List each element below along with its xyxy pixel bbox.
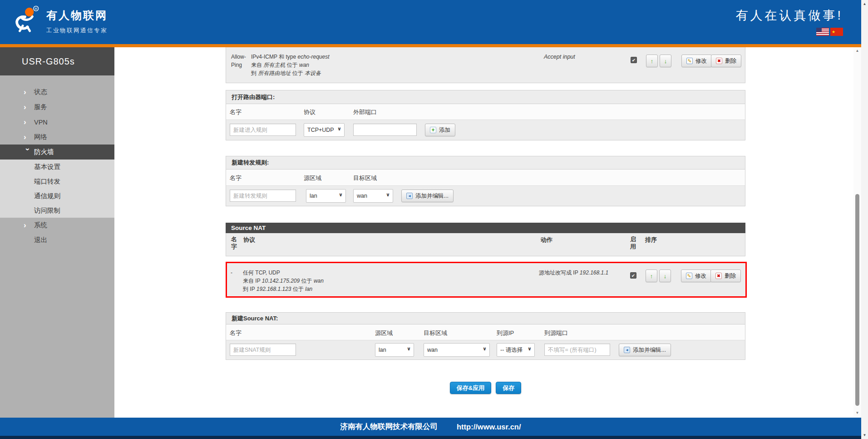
col-dest-zone: 目标区域 [353,174,377,182]
sidebar-item-status[interactable]: ›状态 [0,85,114,100]
scroll-up-icon[interactable]: ▲ [861,2,868,6]
rule-desc-line: 任何 TCP, UDP [243,269,324,277]
sidebar-item-label: 网络 [34,133,47,141]
down-arrow-icon: ↓ [664,58,667,65]
sidebar-item-label: 状态 [34,88,47,96]
brand-logo: R 有人物联网 工业物联网通信专家 [12,4,108,35]
top-header: R 有人物联网 工业物联网通信专家 有人在认真做事! ★ [0,0,861,44]
cn-flag-icon[interactable]: ★ [830,28,843,36]
us-flag-icon[interactable] [816,28,829,36]
col-sort: 排序 [645,236,657,244]
save-actions: 保存&应用 保存 [226,382,745,394]
snat-rule-row-highlighted: - 任何 TCP, UDP 来自 IP 10.142.175.209 位于 wa… [226,262,747,298]
save-button[interactable]: 保存 [496,382,521,394]
rule-text-emphasis: 所有路由地址 [258,70,291,76]
col-protocol: 协议 [243,236,255,244]
sidebar-subitem-general[interactable]: 基本设置 [0,160,114,174]
sidebar-item-logout[interactable]: 退出 [0,233,114,248]
input-row: lan ∨ wan ∨ -- 请选择 -- ∨ ◂添加并编辑... [226,340,745,359]
sidebar-item-network[interactable]: ›网络 [0,130,114,145]
chevron-right-icon: › [24,88,34,97]
new-snat-section: 新建Source NAT: 名字 源区域 目标区域 到源IP 到源端口 lan … [226,312,745,360]
column-header-row: 名字 协议 外部端口 [226,104,745,120]
add-edit-button-label: 添加并编辑... [415,192,449,200]
scrollbar-thumb[interactable] [855,194,859,406]
scroll-down-icon[interactable]: ▼ [861,433,868,437]
us-flag-canton [816,28,822,32]
content-scrollbar[interactable]: ▲ ▼ [853,47,861,418]
col-protocol: 协议 [304,108,316,116]
sidebar: USR-G805s ›状态 ›服务 ›VPN ›网络 ›防火墙 基本设置 端口转… [0,47,114,418]
col-name: 名字 [231,236,238,250]
add-and-edit-button[interactable]: ◂添加并编辑... [619,344,671,356]
sidebar-subitem-access-limit[interactable]: 访问限制 [0,203,114,218]
browser-scrollbar[interactable]: ▲ ▼ [861,0,868,439]
sidebar-subitem-port-forward[interactable]: 端口转发 [0,174,114,189]
add-button[interactable]: +添加 [425,124,455,136]
to-source-ip-select[interactable]: -- 请选择 -- [497,343,535,357]
language-flags: ★ [735,28,843,36]
rule-desc-line: 来自 IP 10.142.175.209 位于 wan [243,277,324,285]
sidebar-nav: ›状态 ›服务 ›VPN ›网络 ›防火墙 基本设置 端口转发 通信规则 访问限… [0,75,114,248]
col-enable: 启用 [630,236,637,250]
new-forward-name-input[interactable] [230,190,296,202]
firewall-submenu: 基本设置 端口转发 通信规则 访问限制 [0,160,114,218]
protocol-select[interactable]: TCP+UDP [304,123,345,137]
section-title: 打开路由器端口: [226,90,745,104]
add-icon: + [430,127,436,133]
up-arrow-icon: ↑ [651,58,654,65]
move-up-button[interactable]: ↑ [646,55,658,67]
delete-icon: ✖ [715,273,722,279]
page: R 有人物联网 工业物联网通信专家 有人在认真做事! ★ USR-G805s ›… [0,0,868,439]
delete-button-label: 删除 [725,272,736,280]
sidebar-item-vpn[interactable]: ›VPN [0,115,114,130]
source-zone-select[interactable]: lan [306,189,346,203]
chevron-down-icon: › [23,148,32,158]
save-apply-button[interactable]: 保存&应用 [450,382,491,394]
dest-zone-select[interactable]: wan [424,343,490,357]
registered-mark: R [35,7,37,11]
new-rule-name-input[interactable] [230,124,296,136]
footer-url[interactable]: http://www.usr.cn/ [457,423,521,431]
enable-checkbox[interactable]: ✔ [630,272,636,279]
edit-button[interactable]: ✎修改 [681,269,711,282]
dest-zone-select[interactable]: wan [353,189,393,203]
sidebar-subitem-label: 访问限制 [34,206,60,215]
sidebar-item-system[interactable]: ›系统 [0,218,114,233]
move-down-button[interactable]: ↓ [660,55,671,67]
sidebar-item-firewall[interactable]: ›防火墙 [0,145,114,160]
sidebar-item-services[interactable]: ›服务 [0,100,114,115]
move-down-button[interactable]: ↓ [659,269,671,282]
scroll-up-icon[interactable]: ▲ [853,49,861,53]
section-title: 新建Source NAT: [226,313,745,324]
rule-text-emphasis: wan [314,278,324,284]
move-up-button[interactable]: ↑ [646,269,657,282]
rule-description: 任何 TCP, UDP 来自 IP 10.142.175.209 位于 wan … [243,269,324,293]
col-to-source-ip: 到源IP [497,329,514,337]
delete-button[interactable]: ✖删除 [710,269,741,282]
source-zone-select[interactable]: lan [375,343,414,357]
sidebar-subitem-traffic-rules[interactable]: 通信规则 [0,189,114,203]
cn-flag-star-icon: ★ [832,30,835,34]
col-name: 名字 [230,108,242,116]
enable-checkbox[interactable]: ✔ [631,57,637,63]
sidebar-item-label: 退出 [34,236,47,244]
allow-ping-row: Allow-Ping IPv4-ICMP 和 type echo-request… [226,47,745,83]
col-dest-zone: 目标区域 [424,329,447,337]
rule-text-segment: 到 IP [243,286,256,292]
runner-logo-icon: R [12,5,40,34]
delete-button[interactable]: ✖删除 [711,55,741,67]
new-snat-name-input[interactable] [230,344,296,356]
external-port-input[interactable] [353,124,417,136]
open-ports-section: 打开路由器端口: 名字 协议 外部端口 TCP+UDP ∨ +添加 [226,90,745,140]
edit-button-label: 修改 [695,272,706,280]
rule-text-segment: 位于 [300,278,314,284]
scroll-down-icon[interactable]: ▼ [853,411,861,415]
add-and-edit-button[interactable]: ◂添加并编辑... [401,190,454,202]
to-source-port-input[interactable] [544,344,610,356]
edit-button[interactable]: ✎修改 [681,55,712,67]
section-title-text: 新建转发规则: [232,159,269,167]
chevron-right-icon: › [24,103,34,112]
column-header-row: 名字 源区域 目标区域 [226,170,745,186]
source-nat-title: Source NAT [231,224,266,231]
